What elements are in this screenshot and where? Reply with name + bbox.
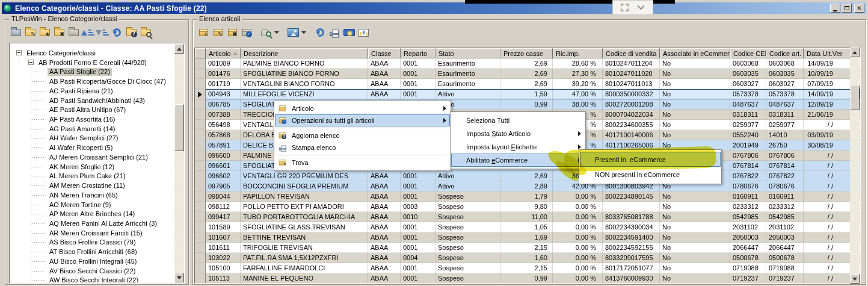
check-article-button[interactable]: ✓ — [240, 26, 253, 39]
tree-expander-icon[interactable] — [16, 50, 22, 55]
table-scroll-down-button[interactable] — [850, 274, 860, 284]
table-scroll-up-button[interactable] — [850, 48, 860, 57]
new-folder-button[interactable] — [9, 26, 22, 39]
menu-item[interactable]: Imposta layout Etichette — [451, 140, 585, 154]
table-row[interactable]: 098112POLLO PETTO EXT PI AMADORIABAA0003… — [195, 202, 860, 212]
search-folder-button[interactable] — [139, 26, 152, 39]
screen-overlay-toolbar[interactable] — [612, 0, 653, 15]
table-row[interactable]: 103022PAT.FIL.RA SMA 1,5X12PZXFRIABAA000… — [195, 253, 860, 263]
tree-scroll-down-button[interactable] — [174, 273, 184, 282]
column-header-reparto[interactable]: Reparto — [401, 48, 436, 58]
sort-ascending-button[interactable] — [81, 26, 94, 39]
tree-scrollbar[interactable] — [174, 44, 184, 282]
table-row[interactable]: 096602VENTAGLI GR 220 PREMIUM DESABAA000… — [195, 171, 860, 181]
menu-item[interactable]: Abilitato eCommerce — [451, 154, 585, 167]
close-button[interactable]: ✕ — [854, 4, 864, 13]
menu-item[interactable]: Presenti in eCommerce — [580, 152, 721, 167]
edit-folder-button[interactable]: ✎ — [23, 26, 37, 39]
tree-item[interactable]: AC Pasti Ripiena (21) — [48, 87, 115, 96]
table-row[interactable]: 099417TUBO PORTABOTTOGLIA MARCHIAABAA001… — [195, 212, 860, 222]
menu-item[interactable]: Imposta Stato Articolo — [451, 127, 585, 140]
tree-item[interactable]: AR Meren Croissant Farciti (15) — [48, 229, 144, 238]
menu-item[interactable]: ✓Operazioni su tutti gli articoli — [275, 114, 450, 126]
refresh-tree-button[interactable] — [110, 26, 123, 39]
menu-item[interactable]: Stampa elenco — [275, 141, 450, 154]
tree-item[interactable]: AM Meren Crostatine (11) — [48, 181, 127, 190]
tree-item[interactable]: AS Bisco Frollini Classici (79) — [48, 238, 138, 247]
tree-item[interactable]: AQ Meren Panini Al Latte Arricchi (3) — [48, 219, 159, 228]
price-money-button[interactable] — [342, 26, 356, 39]
tree-scroll-thumb[interactable] — [174, 104, 184, 151]
column-header-codice-art-fo[interactable]: Codice art. fo — [766, 48, 804, 58]
column-header-ric-imp-[interactable]: Ric.imp. — [553, 48, 603, 58]
tree-item[interactable]: AF Pasti Assortita (16) — [48, 115, 117, 124]
column-header-stato[interactable]: Stato — [436, 48, 500, 58]
menu-item[interactable]: ∞Trova — [275, 157, 450, 169]
stats-chart-button[interactable] — [357, 26, 370, 39]
column-header-codice-di-vendita[interactable]: Codice di vendita — [603, 48, 660, 58]
menu-item[interactable]: ?Aggiorna elenco — [275, 129, 450, 141]
tree-item[interactable]: AB Prodotti Forno E Cereali (44/920) — [37, 58, 149, 67]
image-article-button[interactable] — [286, 26, 300, 39]
table-row[interactable]: 105100FARFALLINE FIMARDOLCIABAA0001Sospe… — [195, 263, 860, 273]
tree-item[interactable]: AW Bisco Secchi Integrali (22) — [48, 276, 140, 282]
tree-item[interactable]: AI Wafer Ricoperti (5) — [48, 143, 114, 152]
column-header-classe[interactable]: Classe — [368, 48, 401, 58]
maximize-button[interactable] — [842, 4, 852, 13]
expand-icon[interactable] — [621, 4, 629, 11]
tree-item[interactable]: AB Pasti Ricoperta/Gocce Di Ciocc (47) — [48, 77, 168, 86]
tree-item[interactable]: AK Meren Sfoglie (12) — [48, 163, 116, 172]
tree-expander-icon[interactable] — [28, 60, 34, 65]
table-row[interactable]: 101611TRIFOGLIE TREVISANABAA0001Sospeso2… — [195, 243, 860, 253]
table-scroll-thumb[interactable] — [850, 85, 860, 110]
menu-item[interactable]: Seleziona Tutti — [451, 114, 585, 127]
closed-folder-button[interactable] — [67, 26, 80, 39]
chevron-down-icon[interactable] — [637, 5, 645, 10]
minimize-button[interactable] — [830, 4, 840, 13]
tree-item[interactable]: AL Meren Plum Cake (21) — [48, 172, 128, 181]
tree-item[interactable]: AA Pasti Sfoglie (22) — [48, 67, 112, 76]
table-row[interactable]: 105113MANINE EL PEQUENOABAA0001Sospeso0,… — [195, 273, 860, 284]
tree-item[interactable]: AV Bisco Secchi Classici (22) — [48, 267, 137, 276]
column-header-associato-in-ecommerce[interactable]: Associato in eCommerce — [660, 48, 730, 58]
add-article-button[interactable]: + — [197, 26, 210, 39]
menu-item[interactable]: Articolo — [275, 102, 450, 114]
table-row[interactable]: 101607BETTINE TREVISANABAA0001Sospeso1,6… — [195, 232, 860, 243]
tree-item[interactable]: AJ Meren Croissant Semplici (21) — [48, 153, 150, 162]
sort-descending-button[interactable] — [96, 26, 109, 39]
table-row[interactable]: 001089PALMINE BIANCO FORNOABAA0001Esauri… — [195, 58, 860, 69]
tree-item[interactable]: AH Wafer Semplici (27) — [48, 134, 120, 143]
tree-item[interactable]: AG Pasti Amaretti (14) — [48, 125, 117, 134]
table-row[interactable]: 101589SFOGLIATINE GLASS.TREVISANABAA0001… — [195, 222, 860, 232]
find-article-button[interactable] — [259, 26, 272, 39]
edit-article-button[interactable]: ✎ — [211, 26, 224, 39]
table-row[interactable]: 004943MILLEFOGLIE VICENZIABAA0001Attivo1… — [195, 89, 860, 99]
find-article-dropdown[interactable] — [274, 31, 279, 34]
delete-folder-button[interactable]: ✖ — [52, 26, 66, 39]
refresh-list-button[interactable] — [313, 26, 327, 39]
column-header-prezzo-casse[interactable]: Prezzo casse — [500, 48, 553, 58]
column-header-marker[interactable] — [195, 48, 206, 58]
print-list-button[interactable] — [328, 26, 341, 39]
tree-item[interactable]: Elenco Categorie/classi — [25, 49, 97, 58]
help-folder-button[interactable]: ? — [125, 26, 138, 39]
table-scrollbar[interactable] — [850, 48, 860, 284]
tree-item[interactable]: AT Bisco Frollini Arricchiti (68) — [48, 247, 139, 256]
menu-item[interactable]: NON presenti in eCommerce — [580, 167, 721, 182]
table-row[interactable]: 097905BOCCONCINI SFOGLIA PREMIUMABAA0001… — [195, 181, 860, 191]
column-header-data-ult-ver[interactable]: Data Ult.Ver — [804, 48, 851, 58]
image-article-dropdown[interactable] — [301, 31, 306, 34]
column-header-articolo[interactable]: Articolo — [206, 48, 241, 58]
column-header-codice-cei[interactable]: Codice CEI — [730, 48, 766, 58]
table-row[interactable]: 098044PAPILLON TREVISANABAA0001Sospeso1,… — [195, 191, 860, 202]
tree-item[interactable]: AO Meren Tortine (9) — [48, 201, 113, 210]
tree-item[interactable]: AU Bisco Frollini Integrali (45) — [48, 257, 139, 266]
tree-item[interactable]: AN Meren Trancini (65) — [48, 191, 120, 200]
tree-scroll-up-button[interactable] — [174, 44, 184, 54]
tree-item[interactable]: AE Pasti Altra Unitipo (67) — [48, 105, 128, 114]
favorite-folder-button[interactable]: ★ — [38, 26, 51, 39]
tree-item[interactable]: AD Pasti Sandwich/Abbinati (43) — [48, 96, 147, 105]
table-row[interactable]: 001719VENTAGLINI BIANCO FORNOABAA0001Esa… — [195, 79, 860, 89]
table-row[interactable]: 001476SFOGLIATINE BIANCO FORNOABAA0001Es… — [195, 69, 860, 79]
tree-item[interactable]: AP Meren Altre Brioches (14) — [48, 210, 137, 219]
